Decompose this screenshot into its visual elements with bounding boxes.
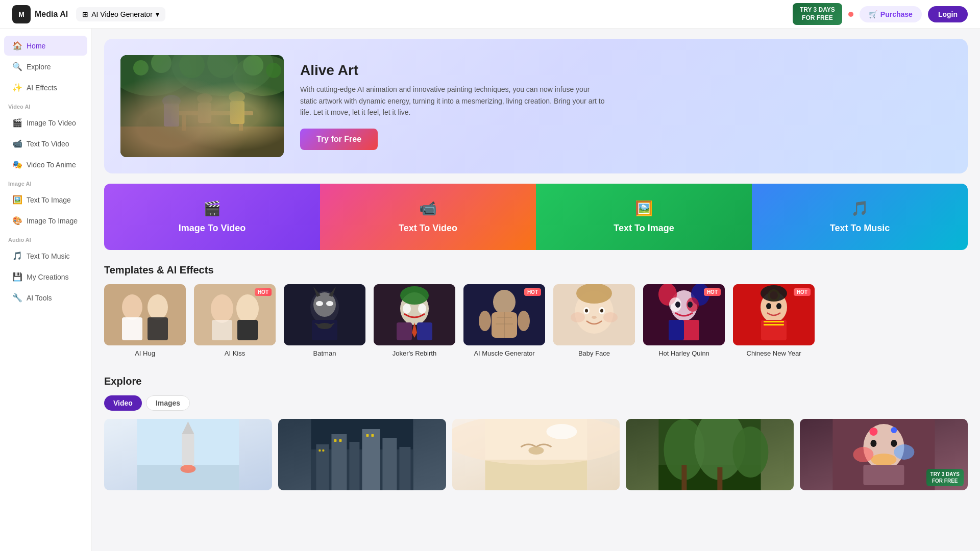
template-jokers-rebirth[interactable]: Joker's Rebirth bbox=[374, 284, 455, 357]
svg-point-122 bbox=[853, 447, 874, 462]
svg-rect-100 bbox=[318, 449, 321, 452]
svg-rect-98 bbox=[382, 438, 397, 490]
svg-rect-29 bbox=[237, 320, 258, 340]
sidebar-item-image-to-image[interactable]: 🎨 Image To Image bbox=[4, 211, 87, 231]
grid-icon: ⊞ bbox=[82, 10, 88, 18]
explore-section: Explore Video Images bbox=[104, 375, 968, 490]
sidebar-label-tools: AI Tools bbox=[27, 294, 52, 302]
feature-card-t2v[interactable]: 📹 Text To Video bbox=[320, 184, 536, 250]
explore-item-4[interactable] bbox=[626, 419, 794, 490]
templates-title: Templates & AI Effects bbox=[104, 264, 968, 276]
template-baby-face[interactable]: Baby Face bbox=[553, 284, 635, 357]
nav-dropdown-button[interactable]: ⊞ AI Video Generator ▾ bbox=[76, 7, 165, 21]
svg-point-26 bbox=[211, 294, 233, 323]
feature-card-t2i[interactable]: 🖼️ Text To Image bbox=[536, 184, 752, 250]
svg-point-44 bbox=[403, 304, 411, 314]
t2m-card-icon: 🎵 bbox=[851, 200, 869, 217]
svg-point-121 bbox=[891, 440, 897, 447]
header: M Media AI ⊞ AI Video Generator ▾ TRY 3 … bbox=[0, 0, 980, 29]
svg-point-61 bbox=[585, 309, 588, 313]
svg-point-84 bbox=[766, 303, 771, 309]
svg-rect-80 bbox=[764, 321, 784, 322]
purchase-button[interactable]: 🛒 Purchase bbox=[860, 6, 922, 22]
template-thumb-harley: HOT bbox=[643, 284, 725, 345]
section-label-video: Video AI bbox=[0, 98, 91, 112]
try-line2: FOR FREE bbox=[800, 14, 835, 22]
sidebar-item-home[interactable]: 🏠 Home bbox=[4, 36, 87, 56]
svg-point-115 bbox=[733, 427, 769, 478]
svg-rect-117 bbox=[718, 467, 723, 490]
sidebar-item-text-to-video[interactable]: 📹 Text To Video bbox=[4, 134, 87, 154]
joker-thumb-svg bbox=[374, 284, 455, 345]
login-button[interactable]: Login bbox=[928, 6, 968, 22]
template-ai-hug[interactable]: AI Hug bbox=[104, 284, 186, 357]
header-left: M Media AI ⊞ AI Video Generator ▾ bbox=[12, 5, 165, 23]
template-label-chinese: Chinese New Year bbox=[733, 349, 815, 357]
v2anime-icon: 🎭 bbox=[12, 160, 21, 169]
img2v-card-label: Image To Video bbox=[179, 223, 246, 234]
sidebar-item-text-to-music[interactable]: 🎵 Text To Music bbox=[4, 246, 87, 266]
svg-rect-99 bbox=[399, 447, 410, 490]
t2v-icon: 📹 bbox=[12, 139, 21, 148]
feature-card-t2m[interactable]: 🎵 Text To Music bbox=[752, 184, 968, 250]
svg-point-127 bbox=[891, 427, 897, 433]
sidebar-item-explore[interactable]: 🔍 Explore bbox=[4, 57, 87, 77]
template-thumb-muscle: HOT bbox=[463, 284, 545, 345]
hero-text-content: Alive Art With cutting-edge AI animation… bbox=[300, 62, 951, 149]
hero-cta-button[interactable]: Try for Free bbox=[300, 129, 378, 150]
sidebar-item-image-to-video[interactable]: 🎬 Image To Video bbox=[4, 113, 87, 133]
svg-rect-23 bbox=[122, 317, 142, 340]
svg-rect-76 bbox=[669, 320, 684, 340]
template-ai-kiss[interactable]: HOT AI Kiss bbox=[194, 284, 276, 357]
svg-rect-79 bbox=[761, 320, 787, 340]
try-banner[interactable]: TRY 3 DAYS FOR FREE bbox=[793, 3, 842, 25]
template-label-ai-hug: AI Hug bbox=[104, 349, 186, 357]
sidebar-item-my-creations[interactable]: 💾 My Creations bbox=[4, 267, 87, 287]
template-batman[interactable]: Batman bbox=[284, 284, 365, 357]
svg-point-21 bbox=[122, 294, 142, 320]
template-ai-muscle[interactable]: HOT AI Muscle Generator bbox=[463, 284, 545, 357]
hero-banner: Alive Art With cutting-edge AI animation… bbox=[104, 39, 968, 173]
hot-badge-harley: HOT bbox=[704, 288, 721, 296]
hero-description: With cutting-edge AI animation and innov… bbox=[300, 84, 606, 118]
hug-thumb-svg bbox=[104, 284, 186, 345]
header-right: TRY 3 DAYS FOR FREE 🛒 Purchase Login bbox=[793, 3, 968, 25]
feature-card-img2v[interactable]: 🎬 Image To Video bbox=[104, 184, 320, 250]
sidebar-item-text-to-image[interactable]: 🖼️ Text To Image bbox=[4, 190, 87, 210]
svg-point-35 bbox=[316, 301, 323, 306]
svg-point-55 bbox=[479, 311, 491, 331]
main-content: Alive Art With cutting-edge AI animation… bbox=[92, 29, 980, 551]
hero-image bbox=[120, 55, 284, 157]
t2v-card-label: Text To Video bbox=[399, 223, 457, 234]
sidebar-label-t2m: Text To Music bbox=[27, 252, 70, 260]
feature-cards: 🎬 Image To Video 📹 Text To Video 🖼️ Text… bbox=[104, 184, 968, 250]
svg-rect-104 bbox=[366, 434, 369, 437]
sidebar-item-ai-effects[interactable]: ✨ AI Effects bbox=[4, 78, 87, 97]
sidebar-item-video-to-anime[interactable]: 🎭 Video To Anime bbox=[4, 155, 87, 174]
tab-video[interactable]: Video bbox=[104, 395, 142, 411]
explore-thumb-3 bbox=[452, 419, 620, 490]
template-label-harley: Hot Harley Quinn bbox=[643, 349, 725, 357]
template-hot-harley[interactable]: HOT Hot Harley Quinn bbox=[643, 284, 725, 357]
explore-title: Explore bbox=[104, 375, 968, 387]
sidebar-item-ai-tools[interactable]: 🔧 AI Tools bbox=[4, 288, 87, 308]
explore-tabs: Video Images bbox=[104, 395, 968, 411]
logo[interactable]: M Media AI bbox=[12, 5, 68, 23]
svg-point-63 bbox=[571, 312, 585, 322]
svg-rect-24 bbox=[148, 317, 168, 340]
explore-item-1[interactable] bbox=[104, 419, 272, 490]
svg-point-110 bbox=[546, 424, 577, 439]
svg-rect-81 bbox=[764, 324, 784, 325]
template-chinese-new-year[interactable]: HOT Chinese New Year bbox=[733, 284, 815, 357]
explore-thumb-4 bbox=[626, 419, 794, 490]
svg-rect-96 bbox=[349, 442, 359, 490]
explore-item-2[interactable] bbox=[278, 419, 446, 490]
templates-section: Templates & AI Effects AI Hug bbox=[104, 264, 968, 361]
logo-icon: M bbox=[12, 5, 31, 23]
explore-item-5[interactable]: TRY 3 DAYSFOR FREE bbox=[800, 419, 968, 490]
explore-item-3[interactable] bbox=[452, 419, 620, 490]
template-label-muscle: AI Muscle Generator bbox=[463, 349, 545, 357]
tab-images[interactable]: Images bbox=[146, 395, 190, 411]
svg-point-38 bbox=[317, 323, 332, 329]
svg-point-64 bbox=[603, 312, 618, 322]
